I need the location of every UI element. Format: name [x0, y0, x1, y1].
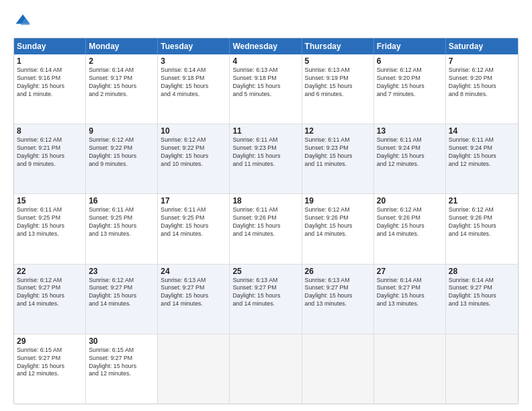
- calendar-cell: 27Sunrise: 6:14 AM Sunset: 9:27 PM Dayli…: [374, 265, 446, 334]
- calendar-cell: 8Sunrise: 6:12 AM Sunset: 9:21 PM Daylig…: [14, 124, 86, 193]
- day-info: Sunrise: 6:11 AM Sunset: 9:24 PM Dayligh…: [449, 136, 515, 169]
- day-number: 9: [89, 126, 154, 136]
- calendar-cell: 22Sunrise: 6:12 AM Sunset: 9:27 PM Dayli…: [14, 265, 86, 334]
- calendar-cell: 23Sunrise: 6:12 AM Sunset: 9:27 PM Dayli…: [86, 265, 158, 334]
- day-number: 14: [449, 126, 515, 136]
- calendar-cell: 26Sunrise: 6:13 AM Sunset: 9:27 PM Dayli…: [302, 265, 374, 334]
- calendar-cell: 21Sunrise: 6:12 AM Sunset: 9:26 PM Dayli…: [446, 194, 518, 263]
- day-number: 12: [305, 126, 371, 136]
- calendar-header-cell: Saturday: [446, 38, 518, 54]
- day-info: Sunrise: 6:11 AM Sunset: 9:25 PM Dayligh…: [161, 206, 226, 238]
- calendar-cell: [374, 334, 446, 404]
- calendar-cell: 29Sunrise: 6:15 AM Sunset: 9:27 PM Dayli…: [14, 334, 86, 404]
- calendar-cell: [302, 334, 374, 404]
- calendar-header-cell: Tuesday: [158, 38, 230, 54]
- day-info: Sunrise: 6:12 AM Sunset: 9:20 PM Dayligh…: [449, 66, 515, 99]
- calendar-cell: 9Sunrise: 6:12 AM Sunset: 9:22 PM Daylig…: [86, 124, 158, 193]
- day-info: Sunrise: 6:12 AM Sunset: 9:20 PM Dayligh…: [377, 66, 443, 99]
- day-info: Sunrise: 6:11 AM Sunset: 9:25 PM Dayligh…: [89, 206, 154, 238]
- logo: [13, 12, 35, 31]
- calendar-cell: 18Sunrise: 6:11 AM Sunset: 9:26 PM Dayli…: [230, 194, 302, 263]
- day-info: Sunrise: 6:12 AM Sunset: 9:22 PM Dayligh…: [161, 136, 226, 169]
- calendar-cell: 1Sunrise: 6:14 AM Sunset: 9:16 PM Daylig…: [14, 54, 86, 124]
- day-info: Sunrise: 6:13 AM Sunset: 9:18 PM Dayligh…: [232, 66, 298, 99]
- calendar-cell: 30Sunrise: 6:15 AM Sunset: 9:27 PM Dayli…: [86, 334, 158, 404]
- day-number: 4: [232, 56, 298, 66]
- calendar-cell: [158, 334, 230, 404]
- calendar-body: 1Sunrise: 6:14 AM Sunset: 9:16 PM Daylig…: [14, 54, 518, 404]
- day-info: Sunrise: 6:11 AM Sunset: 9:24 PM Dayligh…: [377, 136, 443, 169]
- calendar-cell: 6Sunrise: 6:12 AM Sunset: 9:20 PM Daylig…: [374, 54, 446, 124]
- day-info: Sunrise: 6:12 AM Sunset: 9:27 PM Dayligh…: [17, 277, 83, 309]
- calendar-cell: 7Sunrise: 6:12 AM Sunset: 9:20 PM Daylig…: [446, 54, 518, 124]
- calendar-header: SundayMondayTuesdayWednesdayThursdayFrid…: [14, 38, 518, 54]
- calendar-cell: 2Sunrise: 6:14 AM Sunset: 9:17 PM Daylig…: [86, 54, 158, 124]
- day-number: 22: [17, 267, 83, 276]
- day-number: 18: [232, 196, 298, 205]
- day-info: Sunrise: 6:12 AM Sunset: 9:26 PM Dayligh…: [377, 206, 443, 238]
- day-number: 7: [449, 56, 515, 66]
- day-number: 10: [161, 126, 226, 136]
- calendar-header-cell: Friday: [374, 38, 446, 54]
- day-number: 19: [305, 196, 371, 205]
- calendar-row: 8Sunrise: 6:12 AM Sunset: 9:21 PM Daylig…: [14, 124, 518, 194]
- calendar-cell: 16Sunrise: 6:11 AM Sunset: 9:25 PM Dayli…: [86, 194, 158, 263]
- calendar-cell: 15Sunrise: 6:11 AM Sunset: 9:25 PM Dayli…: [14, 194, 86, 263]
- day-info: Sunrise: 6:11 AM Sunset: 9:23 PM Dayligh…: [232, 136, 298, 169]
- day-number: 1: [17, 56, 83, 66]
- calendar-cell: 4Sunrise: 6:13 AM Sunset: 9:18 PM Daylig…: [230, 54, 302, 124]
- calendar-cell: 12Sunrise: 6:11 AM Sunset: 9:23 PM Dayli…: [302, 124, 374, 193]
- day-number: 2: [89, 56, 154, 66]
- day-number: 26: [305, 267, 371, 276]
- day-info: Sunrise: 6:12 AM Sunset: 9:21 PM Dayligh…: [17, 136, 83, 169]
- day-number: 20: [377, 196, 443, 205]
- calendar-cell: 5Sunrise: 6:13 AM Sunset: 9:19 PM Daylig…: [302, 54, 374, 124]
- day-info: Sunrise: 6:14 AM Sunset: 9:27 PM Dayligh…: [449, 277, 515, 309]
- day-number: 13: [377, 126, 443, 136]
- day-number: 17: [161, 196, 226, 205]
- calendar-row: 22Sunrise: 6:12 AM Sunset: 9:27 PM Dayli…: [14, 265, 518, 334]
- calendar-cell: 25Sunrise: 6:13 AM Sunset: 9:27 PM Dayli…: [230, 265, 302, 334]
- calendar-cell: 11Sunrise: 6:11 AM Sunset: 9:23 PM Dayli…: [230, 124, 302, 193]
- day-info: Sunrise: 6:11 AM Sunset: 9:26 PM Dayligh…: [232, 206, 298, 238]
- day-number: 8: [17, 126, 83, 136]
- day-number: 30: [89, 336, 154, 346]
- day-info: Sunrise: 6:11 AM Sunset: 9:23 PM Dayligh…: [305, 136, 371, 169]
- calendar-header-cell: Thursday: [302, 38, 374, 54]
- logo-icon: [13, 12, 32, 31]
- day-number: 21: [449, 196, 515, 205]
- page-header: [13, 12, 519, 31]
- day-number: 11: [232, 126, 298, 136]
- day-info: Sunrise: 6:11 AM Sunset: 9:25 PM Dayligh…: [17, 206, 83, 238]
- day-info: Sunrise: 6:14 AM Sunset: 9:17 PM Dayligh…: [89, 66, 154, 99]
- calendar-cell: [446, 334, 518, 404]
- day-info: Sunrise: 6:15 AM Sunset: 9:27 PM Dayligh…: [89, 347, 154, 379]
- day-number: 23: [89, 267, 154, 276]
- calendar-header-cell: Wednesday: [230, 38, 302, 54]
- calendar-cell: 17Sunrise: 6:11 AM Sunset: 9:25 PM Dayli…: [158, 194, 230, 263]
- calendar-header-cell: Monday: [86, 38, 158, 54]
- day-number: 25: [232, 267, 298, 276]
- day-number: 28: [449, 267, 515, 276]
- day-info: Sunrise: 6:12 AM Sunset: 9:27 PM Dayligh…: [89, 277, 154, 309]
- calendar-cell: 3Sunrise: 6:14 AM Sunset: 9:18 PM Daylig…: [158, 54, 230, 124]
- day-info: Sunrise: 6:13 AM Sunset: 9:27 PM Dayligh…: [305, 277, 371, 309]
- day-number: 16: [89, 196, 154, 205]
- day-info: Sunrise: 6:14 AM Sunset: 9:16 PM Dayligh…: [17, 66, 83, 99]
- day-number: 3: [161, 56, 226, 66]
- day-number: 29: [17, 336, 83, 346]
- calendar-cell: [230, 334, 302, 404]
- day-info: Sunrise: 6:13 AM Sunset: 9:19 PM Dayligh…: [305, 66, 371, 99]
- calendar-cell: 24Sunrise: 6:13 AM Sunset: 9:27 PM Dayli…: [158, 265, 230, 334]
- day-info: Sunrise: 6:14 AM Sunset: 9:18 PM Dayligh…: [161, 66, 226, 99]
- calendar-header-cell: Sunday: [14, 38, 86, 54]
- calendar-cell: 10Sunrise: 6:12 AM Sunset: 9:22 PM Dayli…: [158, 124, 230, 193]
- day-number: 27: [377, 267, 443, 276]
- day-info: Sunrise: 6:12 AM Sunset: 9:22 PM Dayligh…: [89, 136, 154, 169]
- day-info: Sunrise: 6:15 AM Sunset: 9:27 PM Dayligh…: [17, 347, 83, 379]
- day-number: 24: [161, 267, 226, 276]
- day-info: Sunrise: 6:14 AM Sunset: 9:27 PM Dayligh…: [377, 277, 443, 309]
- calendar-row: 1Sunrise: 6:14 AM Sunset: 9:16 PM Daylig…: [14, 54, 518, 124]
- calendar-row: 15Sunrise: 6:11 AM Sunset: 9:25 PM Dayli…: [14, 194, 518, 264]
- day-number: 15: [17, 196, 83, 205]
